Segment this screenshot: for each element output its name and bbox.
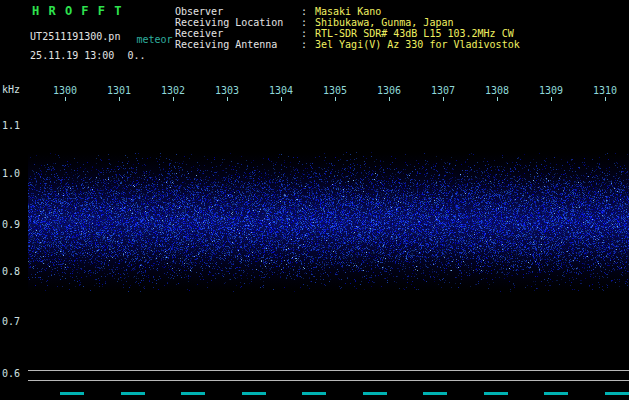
bottom-minute-marker — [363, 392, 387, 395]
x-axis-label: 1308 — [485, 85, 509, 96]
x-axis-label: 1302 — [161, 85, 185, 96]
y-axis-label: 0.7 — [2, 316, 20, 327]
bottom-minute-marker — [605, 392, 629, 395]
x-axis-label: 1307 — [431, 85, 455, 96]
x-axis-tick — [281, 97, 282, 101]
bottom-minute-marker — [181, 392, 205, 395]
x-axis-tick — [389, 97, 390, 101]
x-axis-label: 1304 — [269, 85, 293, 96]
x-axis-label: 1309 — [539, 85, 563, 96]
x-axis-tick — [605, 97, 606, 101]
y-axis-label: kHz — [2, 84, 20, 95]
y-axis-label: 0.6 — [2, 368, 20, 379]
bottom-minute-marker — [484, 392, 508, 395]
x-axis-label: 1300 — [53, 85, 77, 96]
x-axis-tick — [173, 97, 174, 101]
bottom-minute-marker — [544, 392, 568, 395]
x-axis-tick — [227, 97, 228, 101]
signal-level-strip — [28, 370, 629, 381]
spectrogram-plot: 1300130113021303130413051306130713081309… — [0, 0, 629, 400]
y-axis-label: 0.9 — [2, 219, 20, 230]
x-axis-tick — [551, 97, 552, 101]
bottom-minute-marker — [302, 392, 326, 395]
bottom-minute-marker — [60, 392, 84, 395]
bottom-minute-marker — [242, 392, 266, 395]
x-axis-label: 1301 — [107, 85, 131, 96]
x-axis-label: 1306 — [377, 85, 401, 96]
x-axis-label: 1303 — [215, 85, 239, 96]
x-axis-label: 1305 — [323, 85, 347, 96]
noise-band-canvas — [28, 152, 629, 292]
x-axis-tick — [443, 97, 444, 101]
y-axis-label: 1.1 — [2, 120, 20, 131]
bottom-minute-marker — [121, 392, 145, 395]
y-axis-label: 1.0 — [2, 168, 20, 179]
hrofft-screen: H R O F F T UT2511191300.pnmeteor 25.11.… — [0, 0, 629, 400]
x-axis-label: 1310 — [593, 85, 617, 96]
x-axis-tick — [335, 97, 336, 101]
y-axis-label: 0.8 — [2, 266, 20, 277]
x-axis-tick — [119, 97, 120, 101]
x-axis-tick — [497, 97, 498, 101]
bottom-minute-marker — [423, 392, 447, 395]
x-axis-tick — [65, 97, 66, 101]
